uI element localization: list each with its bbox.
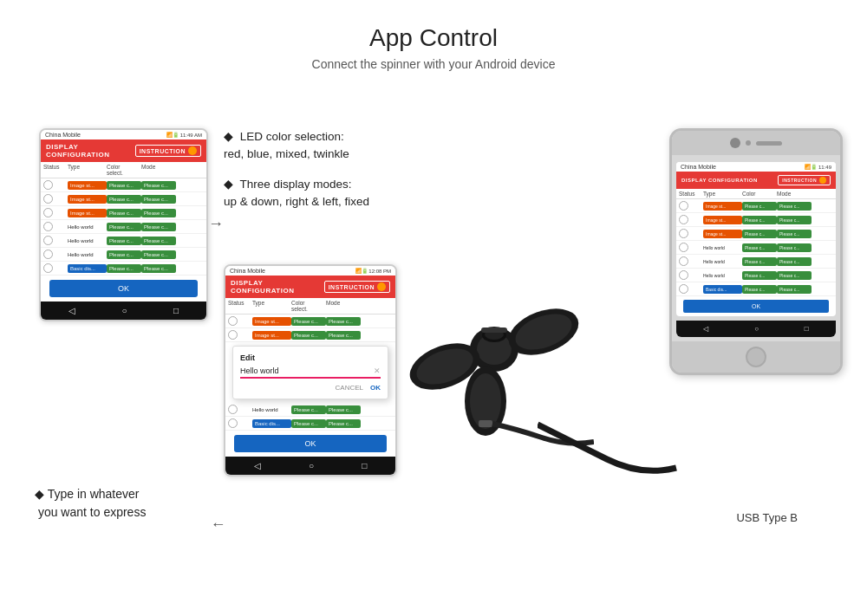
type-tag-hello-3: Hello world bbox=[68, 252, 107, 257]
ok-button-right[interactable]: OK bbox=[683, 300, 829, 313]
phone-right-screen: China Mobile 📶🔋 11:49 DISPLAY CONFIGURAT… bbox=[676, 162, 836, 316]
type-tag-mid-1: Image st... bbox=[252, 317, 291, 326]
col-color-mid: Colorselect. bbox=[291, 300, 326, 312]
table-row: Image st... Please c... Please c... bbox=[225, 328, 395, 342]
back-icon-left[interactable]: ◁ bbox=[68, 306, 75, 315]
instruction-label-mid: INSTRUCTION bbox=[329, 284, 375, 290]
type-tag-hello-2: Hello world bbox=[68, 238, 107, 243]
ok-button-mid[interactable]: OK bbox=[234, 435, 387, 452]
ok-button-left[interactable]: OK bbox=[49, 280, 198, 297]
table-row: Hello world Please c... Please c... bbox=[676, 255, 836, 269]
annotation-bottom: ◆ Type in whatever you want to express bbox=[35, 485, 146, 522]
mode-tag-5[interactable]: Please c... bbox=[141, 237, 176, 245]
color-tag-mid-2[interactable]: Please c... bbox=[291, 331, 326, 340]
mode-tag-mid-4[interactable]: Please c... bbox=[326, 419, 361, 428]
edit-clear-icon[interactable]: ✕ bbox=[374, 366, 381, 375]
table-row: Hello world Please c... Please c... bbox=[676, 269, 836, 282]
phone-left: China Mobile 📶🔋 11:49 AM DISPLAY CONFIGU… bbox=[39, 128, 208, 321]
mode-tag-7[interactable]: Please c... bbox=[141, 264, 176, 273]
radio-right-2[interactable] bbox=[679, 215, 688, 224]
usb-cable bbox=[538, 390, 694, 494]
usb-type-b-label: USB Type B bbox=[736, 511, 798, 524]
mode-tag-6[interactable]: Please c... bbox=[141, 250, 176, 259]
radio-right-1[interactable] bbox=[679, 201, 688, 211]
radio-right-5[interactable] bbox=[679, 256, 688, 266]
radio-left-1[interactable] bbox=[43, 180, 53, 190]
display-config-label-mid: DISPLAY CONFIGURATION bbox=[231, 279, 324, 295]
radio-mid-1[interactable] bbox=[228, 316, 238, 326]
home-icon-mid[interactable]: ○ bbox=[309, 461, 314, 470]
back-icon-right[interactable]: ◁ bbox=[703, 325, 708, 333]
color-tag-mid-4[interactable]: Please c... bbox=[291, 419, 326, 428]
diamond-icon-3: ◆ bbox=[35, 487, 44, 501]
edit-input-value[interactable]: Hello world bbox=[240, 366, 374, 375]
phone-mid-status-bar: China Mobile 📶🔋 12:08 PM bbox=[225, 266, 395, 276]
phone-mid-col-headers: Status Type Colorselect. Mode bbox=[225, 298, 395, 314]
table-row: Image st... Please c... Please c... bbox=[41, 178, 206, 192]
carrier-left: China Mobile bbox=[45, 132, 81, 138]
color-tag-4[interactable]: Please c... bbox=[107, 223, 141, 231]
radio-mid-2[interactable] bbox=[228, 330, 238, 340]
edit-ok-button[interactable]: OK bbox=[370, 384, 381, 392]
edit-cancel-button[interactable]: CANCEL bbox=[336, 384, 363, 392]
radio-left-2[interactable] bbox=[43, 194, 53, 204]
instruction-btn-mid[interactable]: INSTRUCTION bbox=[324, 281, 390, 293]
status-icons-right: 📶🔋 11:49 bbox=[805, 164, 831, 170]
radio-right-4[interactable] bbox=[679, 243, 688, 252]
table-row: Hello world Please c... Please c... bbox=[41, 234, 206, 248]
color-tag-mid-3[interactable]: Please c... bbox=[291, 405, 326, 414]
color-tag-2[interactable]: Please c... bbox=[107, 195, 141, 204]
home-button-right[interactable] bbox=[746, 347, 766, 367]
phone-right: China Mobile 📶🔋 11:49 DISPLAY CONFIGURAT… bbox=[669, 128, 843, 375]
mode-tag-2[interactable]: Please c... bbox=[141, 195, 176, 204]
radio-left-7[interactable] bbox=[43, 263, 53, 273]
orange-circle-left bbox=[188, 146, 197, 155]
radio-right-3[interactable] bbox=[679, 229, 688, 238]
color-tag-6[interactable]: Please c... bbox=[107, 250, 141, 259]
color-tag-3[interactable]: Please c... bbox=[107, 209, 141, 217]
edit-input-row: Hello world ✕ bbox=[240, 366, 381, 379]
radio-left-6[interactable] bbox=[43, 250, 53, 259]
instruction-btn-right[interactable]: INSTRUCTION bbox=[778, 175, 831, 185]
color-tag-5[interactable]: Please c... bbox=[107, 237, 141, 245]
recent-icon-left[interactable]: □ bbox=[173, 306, 179, 315]
mode-tag-4[interactable]: Please c... bbox=[141, 223, 176, 231]
recent-icon-mid[interactable]: □ bbox=[362, 461, 367, 470]
phone-left-top-bar: DISPLAY CONFIGURATION INSTRUCTION bbox=[41, 139, 206, 162]
type-tag-mid-hello: Hello world bbox=[252, 407, 291, 412]
mode-tag-mid-1[interactable]: Please c... bbox=[326, 317, 361, 326]
instruction-btn-left[interactable]: INSTRUCTION bbox=[135, 145, 201, 157]
radio-right-6[interactable] bbox=[679, 270, 688, 280]
type-tag-3: Image st... bbox=[68, 209, 107, 217]
phone-left-col-headers: Status Type Colorselect. Mode bbox=[41, 162, 206, 178]
col-color-left: Colorselect. bbox=[107, 164, 141, 176]
bullet-1: ◆ LED color selection:red, blue, mixed, … bbox=[224, 128, 369, 164]
diamond-icon-2: ◆ bbox=[224, 178, 233, 191]
page-title: App Control bbox=[0, 0, 867, 52]
color-tag-mid-1[interactable]: Please c... bbox=[291, 317, 326, 326]
color-tag-7[interactable]: Please c... bbox=[107, 264, 141, 273]
mode-tag-mid-2[interactable]: Please c... bbox=[326, 331, 361, 340]
mode-tag-mid-3[interactable]: Please c... bbox=[326, 405, 361, 414]
back-icon-mid[interactable]: ◁ bbox=[254, 461, 261, 470]
status-icons-left: 📶🔋 11:49 AM bbox=[166, 132, 202, 138]
radio-left-4[interactable] bbox=[43, 222, 53, 231]
radio-left-3[interactable] bbox=[43, 208, 53, 217]
carrier-right: China Mobile bbox=[681, 164, 716, 170]
svg-rect-11 bbox=[479, 420, 492, 427]
mode-tag-3[interactable]: Please c... bbox=[141, 209, 176, 217]
arrow-left-icon: → bbox=[211, 515, 226, 534]
display-config-label-right: DISPLAY CONFIGURATION bbox=[681, 178, 758, 183]
col-status-left: Status bbox=[43, 164, 68, 176]
color-tag-1[interactable]: Please c... bbox=[107, 181, 141, 190]
radio-left-5[interactable] bbox=[43, 236, 53, 245]
radio-mid-3[interactable] bbox=[228, 405, 238, 414]
recent-icon-right[interactable]: □ bbox=[805, 325, 809, 333]
phone-left-nav-bar: ◁ ○ □ bbox=[41, 302, 206, 320]
radio-right-7[interactable] bbox=[679, 284, 688, 294]
home-icon-left[interactable]: ○ bbox=[121, 306, 127, 315]
display-config-label-left: DISPLAY CONFIGURATION bbox=[46, 143, 135, 159]
mode-tag-1[interactable]: Please c... bbox=[141, 181, 176, 190]
radio-mid-4[interactable] bbox=[228, 418, 238, 428]
home-icon-right[interactable]: ○ bbox=[754, 325, 759, 333]
